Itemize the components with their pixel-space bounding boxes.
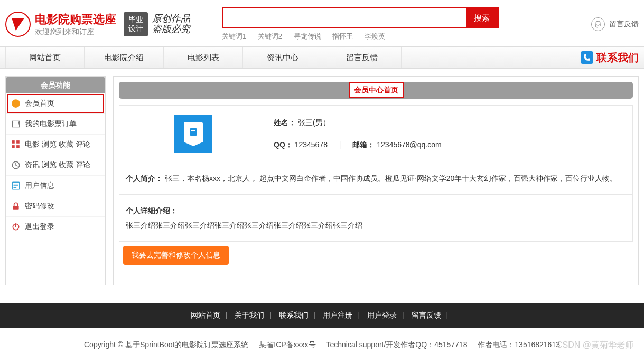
header: 电影院购票选座 欢迎您到来和订座 毕业 设计 原创作品 盗版必究 搜索 关键词1…: [0, 0, 644, 46]
footer-link-login[interactable]: 用户登录: [367, 311, 397, 319]
sidebar-title: 会员功能: [6, 77, 105, 93]
intro-value: 张三，本名杨xxx，北京人 。起点中文网白金作者，中国作协成员。橙瓜见证·网络文…: [165, 174, 617, 183]
svg-rect-6: [12, 145, 15, 148]
content-title-bar: 会员中心首页: [119, 82, 633, 99]
sidebar-item-movie-browse[interactable]: 电影 浏览 收藏 评论: [6, 135, 105, 155]
sidebar-item-news-browse[interactable]: 资讯 浏览 收藏 评论: [6, 155, 105, 176]
hot-word[interactable]: 寻龙传说: [294, 32, 321, 40]
detail-row: 个人详细介绍： 张三介绍张三介绍张三介绍张三介绍张三介绍张三介绍张三介绍张三介绍: [119, 195, 632, 241]
hot-word[interactable]: 指怀王: [332, 32, 353, 40]
sidebar: 会员功能 会员首页 我的电影票订单 电影 浏览 收藏 评论 资讯 浏览 收藏 评…: [5, 76, 106, 285]
qq-label: QQ：: [274, 140, 293, 149]
footer-link-feedback[interactable]: 留言反馈: [412, 311, 441, 319]
qq-value: 12345678: [295, 140, 328, 149]
contact-us-link[interactable]: 联系我们: [581, 51, 639, 65]
edit-profile-button[interactable]: 我要去完善和修改个人信息: [123, 246, 229, 265]
stamp-group: 毕业 设计 原创作品 盗版必究: [124, 12, 190, 36]
footer-link-home[interactable]: 网站首页: [191, 311, 220, 319]
svg-rect-10: [13, 206, 18, 210]
avatar-icon: [174, 115, 212, 153]
feedback-label: 留言反馈: [609, 20, 639, 29]
divider: |: [339, 140, 341, 149]
user-icon: [11, 181, 21, 190]
avatar-cell: [119, 106, 267, 163]
logo-icon: [5, 12, 31, 37]
content-title: 会员中心首页: [349, 82, 404, 98]
content-panel: 会员中心首页 姓名： 张三(男） QQ： 12345678: [113, 76, 639, 285]
profile-table: 姓名： 张三(男） QQ： 12345678 | 邮箱： 12345678@qq…: [119, 105, 633, 242]
power-icon: [11, 222, 21, 232]
main-area: 会员功能 会员首页 我的电影票订单 电影 浏览 收藏 评论 资讯 浏览 收藏 评…: [0, 69, 644, 293]
svg-rect-5: [16, 140, 20, 144]
sidebar-item-my-orders[interactable]: 我的电影票订单: [6, 114, 105, 135]
logo[interactable]: 电影院购票选座 欢迎您到来和订座: [5, 12, 116, 37]
lock-icon: [11, 202, 21, 211]
graduation-stamp: 毕业 设计: [124, 12, 148, 36]
sidebar-item-member-home[interactable]: 会员首页: [6, 93, 105, 114]
main-nav: 网站首页 电影院介绍 电影列表 资讯中心 留言反馈 联系我们: [0, 46, 644, 69]
svg-rect-2: [600, 24, 601, 26]
intro-label: 个人简介：: [126, 174, 163, 183]
footer-link-about[interactable]: 关于我们: [235, 311, 264, 319]
feedback-link[interactable]: 留言反馈: [591, 17, 639, 31]
basic-info: 姓名： 张三(男） QQ： 12345678 | 邮箱： 12345678@qq…: [267, 106, 632, 163]
copyright: Copyright © 基于SprintBoot的电影院订票选座系统 某省ICP…: [0, 328, 644, 355]
name-value: 张三(男）: [298, 118, 330, 127]
svg-rect-14: [191, 130, 195, 131]
sidebar-item-password[interactable]: 密码修改: [6, 196, 105, 217]
clock-icon: [11, 160, 21, 170]
svg-rect-7: [16, 145, 20, 148]
original-stamp: 原创作品 盗版必究: [152, 14, 190, 35]
watermark: CSDN @黄菊华老师: [556, 340, 633, 351]
intro-row: 个人简介： 张三，本名杨xxx，北京人 。起点中文网白金作者，中国作协成员。橙瓜…: [119, 163, 632, 195]
nav-cinema-intro[interactable]: 电影院介绍: [85, 47, 164, 68]
detail-label: 个人详细介绍：: [126, 206, 178, 215]
footer-nav: 网站首页| 关于我们| 联系我们| 用户注册| 用户登录| 留言反馈|: [0, 303, 644, 328]
svg-rect-13: [190, 128, 197, 136]
hot-word[interactable]: 关键词2: [258, 32, 282, 40]
headset-icon: [591, 17, 605, 31]
nav-home[interactable]: 网站首页: [5, 47, 85, 68]
svg-rect-4: [12, 140, 15, 144]
logo-title: 电影院购票选座: [35, 12, 116, 27]
hot-keywords: 关键词1 关键词2 寻龙传说 指怀王 李焕英: [222, 32, 499, 41]
search-button[interactable]: 搜索: [466, 8, 498, 27]
search-input[interactable]: [223, 8, 466, 27]
svg-point-3: [12, 99, 20, 108]
svg-point-0: [596, 21, 600, 25]
detail-value: 张三介绍张三介绍张三介绍张三介绍张三介绍张三介绍张三介绍张三介绍: [126, 218, 626, 233]
sidebar-item-user-info[interactable]: 用户信息: [6, 176, 105, 196]
footer-link-contact[interactable]: 联系我们: [279, 311, 309, 319]
grid-icon: [11, 140, 21, 149]
hot-word[interactable]: 李焕英: [365, 32, 385, 40]
logo-subtitle: 欢迎您到来和订座: [35, 27, 116, 37]
svg-rect-1: [595, 24, 596, 26]
footer-link-register[interactable]: 用户注册: [323, 311, 352, 319]
nav-feedback[interactable]: 留言反馈: [322, 47, 402, 68]
home-icon: [11, 99, 21, 108]
search-area: 搜索 关键词1 关键词2 寻龙传说 指怀王 李焕英: [222, 7, 499, 41]
ticket-icon: [11, 119, 21, 129]
name-label: 姓名：: [274, 118, 296, 127]
email-label: 邮箱：: [352, 140, 375, 149]
nav-movie-list[interactable]: 电影列表: [164, 47, 243, 68]
sidebar-item-logout[interactable]: 退出登录: [6, 217, 105, 237]
email-value: 12345678@qq.com: [377, 140, 441, 149]
nav-news[interactable]: 资讯中心: [243, 47, 322, 68]
phone-icon: [581, 51, 593, 64]
hot-word[interactable]: 关键词1: [222, 32, 246, 40]
